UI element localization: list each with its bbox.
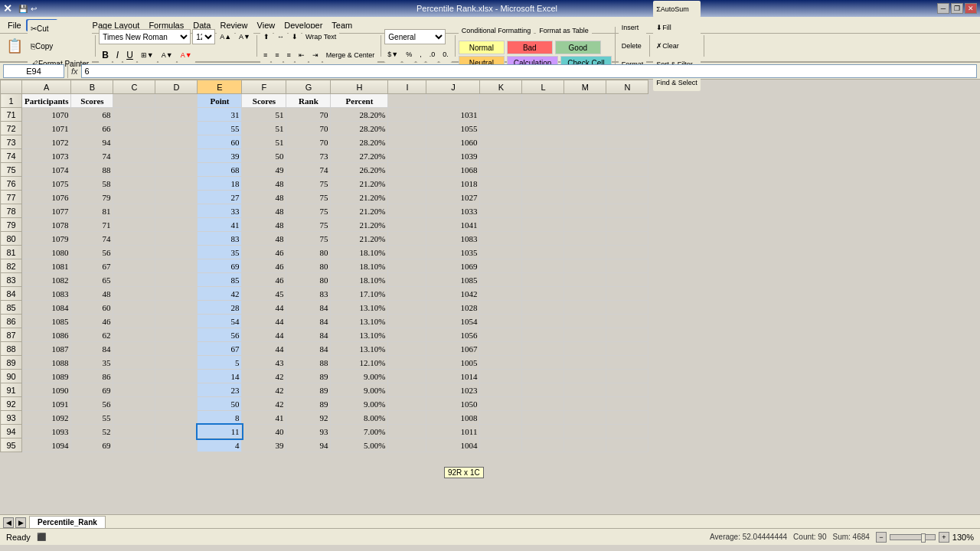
cell-F82[interactable]: 46 (242, 259, 286, 273)
cell-E85[interactable]: 28 (198, 301, 242, 315)
cell-H90[interactable]: 9.00% (331, 370, 388, 383)
align-middle-button[interactable]: ↔ (274, 28, 287, 45)
cell-H75[interactable]: 26.20% (331, 163, 388, 177)
cell-L91[interactable] (522, 383, 564, 397)
cell-G85[interactable]: 84 (286, 301, 331, 315)
cell-D88[interactable] (155, 342, 198, 356)
cell-C87[interactable] (113, 328, 155, 342)
cell-C84[interactable] (113, 287, 155, 301)
cell-D84[interactable] (155, 287, 198, 301)
row-header-89[interactable]: 89 (1, 356, 22, 370)
cell-J72[interactable]: 1055 (426, 122, 480, 135)
cell-H83[interactable]: 18.10% (331, 273, 388, 287)
cell-E75[interactable]: 68 (198, 163, 242, 177)
cell-B86[interactable]: 46 (71, 315, 113, 328)
cell-K79[interactable] (480, 218, 522, 232)
cell-J94[interactable]: 1011 (426, 425, 480, 439)
zoom-out-button[interactable]: − (876, 532, 887, 543)
cell-L72[interactable] (522, 122, 564, 135)
cell-L73[interactable] (522, 135, 564, 149)
cell-I74[interactable] (388, 149, 426, 163)
align-center-button[interactable]: ≡ (272, 47, 282, 64)
clear-button[interactable]: ✗ Clear (653, 37, 701, 54)
cell-M89[interactable] (564, 356, 606, 370)
cell-E93[interactable]: 8 (198, 411, 242, 425)
row-header-78[interactable]: 78 (1, 204, 22, 218)
cell-H72[interactable]: 28.20% (331, 122, 388, 135)
cell-I94[interactable] (388, 425, 426, 439)
cell-N77[interactable] (606, 191, 648, 204)
cell-F88[interactable]: 44 (242, 342, 286, 356)
cell-A90[interactable]: 1089 (22, 370, 71, 383)
cell-K90[interactable] (480, 370, 522, 383)
cell-B94[interactable]: 52 (71, 425, 113, 439)
copy-button[interactable]: ⎘ Copy (28, 37, 92, 54)
cell-J81[interactable]: 1035 (426, 246, 480, 259)
cell-J75[interactable]: 1068 (426, 163, 480, 177)
cell-C88[interactable] (113, 342, 155, 356)
cell-M91[interactable] (564, 383, 606, 397)
cell-M80[interactable] (564, 232, 606, 246)
cell-L93[interactable] (522, 411, 564, 425)
cell-B90[interactable]: 86 (71, 370, 113, 383)
cell-F80[interactable]: 48 (242, 232, 286, 246)
cell-J77[interactable]: 1027 (426, 191, 480, 204)
cell-J89[interactable]: 1005 (426, 356, 480, 370)
cell-G79[interactable]: 75 (286, 218, 331, 232)
cell-A87[interactable]: 1086 (22, 328, 71, 342)
cell-K77[interactable] (480, 191, 522, 204)
cell-H79[interactable]: 21.20% (331, 218, 388, 232)
autosum-button[interactable]: Σ AutoSum (653, 1, 701, 18)
cell-F86[interactable]: 44 (242, 315, 286, 328)
formula-input[interactable] (81, 64, 977, 78)
sheet-next-button[interactable]: ▶ (15, 517, 26, 528)
cell-E1[interactable]: Point (198, 94, 242, 108)
row-header-94[interactable]: 94 (1, 425, 22, 439)
cell-B89[interactable]: 35 (71, 356, 113, 370)
cell-B81[interactable]: 56 (71, 246, 113, 259)
cell-G94[interactable]: 93 (286, 425, 331, 439)
row-header-71[interactable]: 71 (1, 108, 22, 122)
cell-D93[interactable] (155, 411, 198, 425)
cell-C76[interactable] (113, 177, 155, 191)
cell-G81[interactable]: 80 (286, 246, 331, 259)
row-header-88[interactable]: 88 (1, 342, 22, 356)
cell-G76[interactable]: 75 (286, 177, 331, 191)
cell-C85[interactable] (113, 301, 155, 315)
cell-M88[interactable] (564, 342, 606, 356)
style-bad[interactable]: Bad (507, 41, 553, 54)
cell-C90[interactable] (113, 370, 155, 383)
cell-B87[interactable]: 62 (71, 328, 113, 342)
cell-J78[interactable]: 1033 (426, 204, 480, 218)
cell-L95[interactable] (522, 439, 564, 452)
cell-N91[interactable] (606, 383, 648, 397)
cell-H73[interactable]: 28.20% (331, 135, 388, 149)
quick-access-undo[interactable]: ↩ (31, 5, 37, 13)
cell-N78[interactable] (606, 204, 648, 218)
cell-K83[interactable] (480, 273, 522, 287)
currency-button[interactable]: $▼ (384, 46, 401, 63)
close-button[interactable]: ✕ (965, 3, 977, 14)
cell-N89[interactable] (606, 356, 648, 370)
delete-button[interactable]: Delete (619, 37, 647, 54)
cell-H88[interactable]: 13.10% (331, 342, 388, 356)
cell-M82[interactable] (564, 259, 606, 273)
cell-I1[interactable] (388, 94, 426, 108)
cell-B84[interactable]: 48 (71, 287, 113, 301)
cell-I95[interactable] (388, 439, 426, 452)
cell-M81[interactable] (564, 246, 606, 259)
cell-I93[interactable] (388, 411, 426, 425)
cell-H85[interactable]: 13.10% (331, 301, 388, 315)
col-header-E[interactable]: E (198, 80, 242, 94)
quick-access-save[interactable]: 💾 (18, 5, 28, 13)
cell-I82[interactable] (388, 259, 426, 273)
cell-A84[interactable]: 1083 (22, 287, 71, 301)
cell-J91[interactable]: 1023 (426, 383, 480, 397)
cell-D77[interactable] (155, 191, 198, 204)
cell-A74[interactable]: 1073 (22, 149, 71, 163)
cell-A78[interactable]: 1077 (22, 204, 71, 218)
cell-L88[interactable] (522, 342, 564, 356)
menu-file[interactable]: File (3, 19, 26, 31)
percent-button[interactable]: % (403, 46, 415, 63)
cell-I85[interactable] (388, 301, 426, 315)
